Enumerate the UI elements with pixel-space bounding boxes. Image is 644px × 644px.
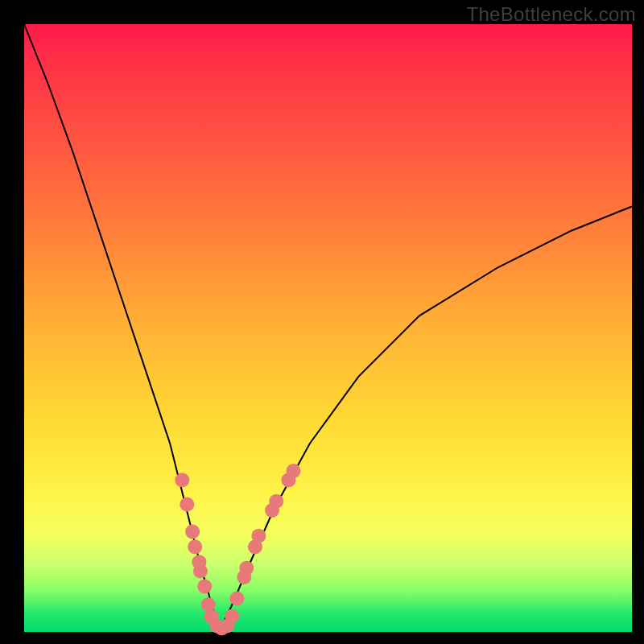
sample-dot: [269, 494, 283, 509]
sample-dot: [197, 579, 212, 593]
bottleneck-curve-svg: [24, 24, 632, 632]
sample-dot: [188, 539, 202, 554]
sample-dot: [193, 564, 208, 579]
sample-dot: [251, 529, 266, 543]
chart-frame: TheBottleneck.com: [0, 0, 644, 644]
watermark-text: TheBottleneck.com: [466, 3, 636, 26]
sample-dot: [185, 524, 200, 539]
sample-dot: [180, 497, 194, 512]
sample-dot: [225, 609, 239, 623]
plot-area: [24, 24, 632, 632]
sample-dots-group: [175, 464, 300, 636]
sample-dot: [239, 561, 254, 576]
sample-dot: [201, 597, 216, 612]
sample-dot: [229, 592, 244, 606]
bottleneck-curve: [24, 24, 632, 632]
sample-dot: [175, 473, 189, 487]
sample-dot: [287, 464, 301, 478]
